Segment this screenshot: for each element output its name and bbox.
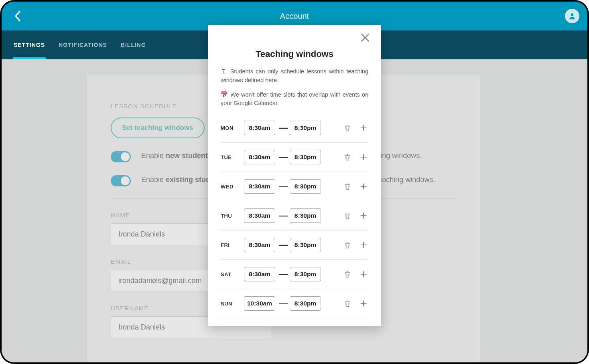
close-icon xyxy=(360,32,370,43)
trash-icon xyxy=(343,153,351,161)
modal-desc-2: 📅 We won't offer time slots that overlap… xyxy=(221,91,368,108)
time-dash: — xyxy=(279,298,286,309)
trash-icon xyxy=(343,270,351,278)
plus-icon xyxy=(359,182,368,190)
time-dash: — xyxy=(279,181,286,192)
start-time-input[interactable] xyxy=(244,296,275,311)
trash-icon xyxy=(343,124,351,132)
day-label: FRI xyxy=(221,242,240,248)
day-row-thu: THU— xyxy=(221,201,368,231)
add-window-button[interactable] xyxy=(359,152,368,162)
plus-icon xyxy=(359,124,368,132)
end-time-input[interactable] xyxy=(290,267,321,281)
start-time-input[interactable] xyxy=(244,208,275,223)
day-row-tue: TUE— xyxy=(221,143,368,172)
end-time-input[interactable] xyxy=(290,296,321,311)
add-window-button[interactable] xyxy=(359,182,368,191)
time-dash: — xyxy=(279,123,286,133)
modal-title: Teaching windows xyxy=(221,49,368,59)
plus-icon xyxy=(359,299,368,307)
day-label: MON xyxy=(221,125,240,131)
plus-icon xyxy=(359,212,368,220)
day-label: SAT xyxy=(221,271,240,277)
add-window-button[interactable] xyxy=(359,240,368,250)
tab-notifications[interactable]: NOTIFICATIONS xyxy=(58,30,108,59)
add-window-button[interactable] xyxy=(359,211,368,220)
page-title: Account xyxy=(2,12,587,21)
close-button[interactable] xyxy=(358,30,372,45)
end-time-input[interactable] xyxy=(290,238,321,252)
day-label: SUN xyxy=(221,301,240,307)
tab-settings[interactable]: SETTINGS xyxy=(13,30,46,59)
tab-billing[interactable]: BILLING xyxy=(120,30,147,59)
day-row-sat: SAT— xyxy=(221,260,368,289)
day-label: WED xyxy=(221,184,240,190)
end-time-input[interactable] xyxy=(290,121,321,135)
plus-icon xyxy=(359,241,368,249)
day-row-fri: FRI— xyxy=(221,231,368,260)
end-time-input[interactable] xyxy=(290,179,321,194)
modal-desc-1: 🗓 Students can only schedule lessons wit… xyxy=(221,67,368,85)
start-time-input[interactable] xyxy=(244,267,275,281)
end-time-input[interactable] xyxy=(290,150,321,164)
delete-window-button[interactable] xyxy=(343,299,352,308)
start-time-input[interactable] xyxy=(244,150,275,164)
add-window-button[interactable] xyxy=(359,299,368,308)
teaching-windows-modal: Teaching windows 🗓 Students can only sch… xyxy=(208,25,381,326)
time-dash: — xyxy=(279,269,286,279)
day-row-wed: WED— xyxy=(221,172,368,201)
delete-window-button[interactable] xyxy=(343,240,352,250)
add-window-button[interactable] xyxy=(359,123,368,133)
end-time-input[interactable] xyxy=(290,208,321,223)
trash-icon xyxy=(343,212,351,220)
delete-window-button[interactable] xyxy=(343,123,352,133)
day-row-sun: SUN— xyxy=(221,289,368,318)
delete-window-button[interactable] xyxy=(343,269,352,279)
delete-window-button[interactable] xyxy=(343,211,352,220)
plus-icon xyxy=(359,270,368,278)
time-dash: — xyxy=(279,210,286,221)
delete-window-button[interactable] xyxy=(343,182,352,191)
start-time-input[interactable] xyxy=(244,238,275,252)
day-row-mon: MON— xyxy=(221,113,368,143)
start-time-input[interactable] xyxy=(244,179,275,194)
time-dash: — xyxy=(279,240,286,250)
plus-icon xyxy=(359,153,368,161)
day-label: TUE xyxy=(221,154,240,160)
trash-icon xyxy=(343,241,351,249)
day-label: THU xyxy=(221,213,240,219)
trash-icon xyxy=(343,299,351,307)
time-dash: — xyxy=(279,152,286,162)
trash-icon xyxy=(343,182,351,190)
delete-window-button[interactable] xyxy=(343,152,352,162)
add-window-button[interactable] xyxy=(359,269,368,279)
start-time-input[interactable] xyxy=(244,121,275,135)
